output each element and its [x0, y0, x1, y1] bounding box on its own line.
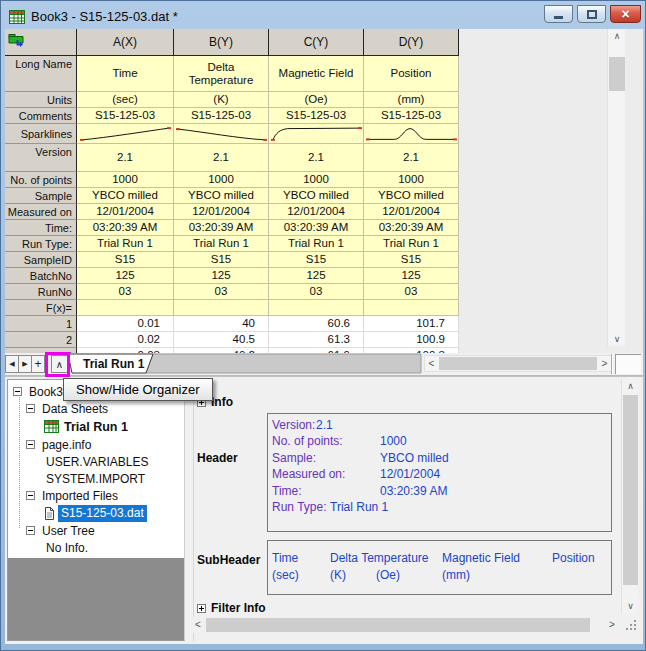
- data-cell[interactable]: S15-125-03: [269, 108, 364, 124]
- add-sheet-button[interactable]: +: [31, 355, 45, 373]
- row-header-cell[interactable]: 1: [5, 316, 77, 332]
- data-cell[interactable]: 03:20:39 AM: [174, 220, 269, 236]
- scrollbar-thumb[interactable]: [206, 618, 590, 632]
- data-cell[interactable]: S15: [77, 252, 174, 268]
- data-cell[interactable]: S15-125-03: [364, 108, 459, 124]
- expand-plus-icon[interactable]: [197, 604, 206, 613]
- data-cell[interactable]: YBCO milled: [77, 188, 174, 204]
- scroll-up-icon[interactable]: [608, 29, 626, 43]
- maximize-button[interactable]: [577, 5, 606, 23]
- organizer-splitter[interactable]: [186, 379, 194, 641]
- worksheet-horizontal-scrollbar[interactable]: [424, 355, 612, 372]
- data-cell[interactable]: Delta Temperature: [174, 56, 269, 92]
- resize-grip-icon[interactable]: [625, 619, 639, 633]
- data-cell[interactable]: (K): [174, 92, 269, 108]
- data-cell[interactable]: 0.01: [77, 316, 174, 332]
- tree-item-no-info[interactable]: No Info.: [8, 539, 184, 556]
- data-cell[interactable]: 03:20:39 AM: [364, 220, 459, 236]
- prev-sheet-button[interactable]: ◀: [5, 355, 19, 373]
- data-cell[interactable]: Trial Run 1: [269, 236, 364, 252]
- scroll-left-icon[interactable]: [425, 356, 438, 371]
- column-header-d[interactable]: D(Y): [364, 29, 459, 56]
- data-cell[interactable]: S15: [364, 252, 459, 268]
- collapse-minus-icon[interactable]: [26, 491, 35, 500]
- row-header-cell[interactable]: Comments: [5, 108, 77, 124]
- data-cell[interactable]: 0.02: [77, 332, 174, 348]
- tree-item-trial-run-1[interactable]: Trial Run 1: [8, 417, 184, 436]
- data-cell[interactable]: 1000: [77, 172, 174, 188]
- scrollbar-thumb[interactable]: [623, 395, 638, 585]
- scroll-down-icon[interactable]: [608, 332, 626, 346]
- row-header-cell[interactable]: RunNo: [5, 284, 77, 300]
- row-header-cell[interactable]: No. of points: [5, 172, 77, 188]
- data-cell[interactable]: 1000: [174, 172, 269, 188]
- data-cell[interactable]: S15: [174, 252, 269, 268]
- sparkline-cell[interactable]: [269, 124, 364, 144]
- column-header-b[interactable]: B(Y): [174, 29, 269, 56]
- row-header-cell[interactable]: Version: [5, 144, 77, 172]
- data-cell[interactable]: 40: [174, 316, 269, 332]
- data-cell[interactable]: 1000: [364, 172, 459, 188]
- tree-item-s15-125-03-dat[interactable]: S15-125-03.dat: [8, 504, 184, 522]
- data-cell[interactable]: 125: [77, 268, 174, 284]
- data-cell[interactable]: 61.3: [269, 332, 364, 348]
- data-cell[interactable]: 2.1: [77, 144, 174, 172]
- row-header-cell[interactable]: Measured on: [5, 204, 77, 220]
- data-cell[interactable]: (mm): [364, 92, 459, 108]
- data-cell[interactable]: 03: [77, 284, 174, 300]
- data-cell[interactable]: Time: [77, 56, 174, 92]
- tree-item-system-import[interactable]: SYSTEM.IMPORT: [8, 470, 184, 487]
- data-cell[interactable]: YBCO milled: [269, 188, 364, 204]
- scroll-right-icon[interactable]: [598, 356, 611, 371]
- data-cell[interactable]: Magnetic Field: [269, 56, 364, 92]
- data-cell[interactable]: 125: [174, 268, 269, 284]
- close-button[interactable]: [610, 5, 641, 23]
- row-header-cell[interactable]: BatchNo: [5, 268, 77, 284]
- data-cell[interactable]: S15: [269, 252, 364, 268]
- row-header-cell[interactable]: 2: [5, 332, 77, 348]
- minimize-button[interactable]: [544, 5, 573, 23]
- row-header-cell[interactable]: F(x)=: [5, 300, 77, 316]
- column-header-a[interactable]: A(X): [77, 29, 174, 56]
- worksheet-vertical-scrollbar[interactable]: [607, 29, 625, 346]
- next-sheet-button[interactable]: ▶: [18, 355, 32, 373]
- data-cell[interactable]: Position: [364, 56, 459, 92]
- data-cell[interactable]: 03: [174, 284, 269, 300]
- row-header-cell[interactable]: Run Type:: [5, 236, 77, 252]
- sparkline-cell[interactable]: [364, 124, 459, 144]
- filter-info-section-toggle[interactable]: Filter Info: [197, 601, 266, 615]
- tree-item-imported-files[interactable]: Imported Files: [8, 487, 184, 504]
- scroll-left-icon[interactable]: [191, 617, 205, 633]
- scroll-right-icon[interactable]: [605, 617, 619, 633]
- scroll-down-icon[interactable]: [622, 599, 639, 613]
- data-cell[interactable]: 101.7: [364, 316, 459, 332]
- data-cell[interactable]: 100.9: [364, 332, 459, 348]
- data-cell[interactable]: 03: [364, 284, 459, 300]
- column-header-c[interactable]: C(Y): [269, 29, 364, 56]
- row-header-cell[interactable]: Sample: [5, 188, 77, 204]
- data-cell[interactable]: (Oe): [269, 92, 364, 108]
- scrollbar-thumb[interactable]: [439, 357, 597, 370]
- organizer-vertical-scrollbar[interactable]: [621, 379, 638, 613]
- row-header-cell[interactable]: Units: [5, 92, 77, 108]
- row-header-cell[interactable]: SampleID: [5, 252, 77, 268]
- data-cell[interactable]: YBCO milled: [364, 188, 459, 204]
- data-cell[interactable]: 1000: [269, 172, 364, 188]
- data-cell[interactable]: Trial Run 1: [174, 236, 269, 252]
- data-cell[interactable]: 2.1: [174, 144, 269, 172]
- corner-select-all-cell[interactable]: [5, 29, 77, 56]
- data-cell[interactable]: Trial Run 1: [364, 236, 459, 252]
- data-cell[interactable]: 125: [364, 268, 459, 284]
- collapse-minus-icon[interactable]: [26, 404, 35, 413]
- data-cell[interactable]: 03:20:39 AM: [77, 220, 174, 236]
- data-cell[interactable]: 40.5: [174, 332, 269, 348]
- tree-item-user-tree[interactable]: User Tree: [8, 522, 184, 539]
- data-cell[interactable]: 03:20:39 AM: [269, 220, 364, 236]
- tree-item-data-sheets[interactable]: Data Sheets: [8, 400, 184, 417]
- collapse-minus-icon[interactable]: [13, 387, 22, 396]
- row-header-cell[interactable]: Sparklines: [5, 124, 77, 144]
- tree-item-page-info[interactable]: page.info: [8, 436, 184, 453]
- data-cell[interactable]: 03: [269, 284, 364, 300]
- sparkline-cell[interactable]: [77, 124, 174, 144]
- collapse-minus-icon[interactable]: [26, 526, 35, 535]
